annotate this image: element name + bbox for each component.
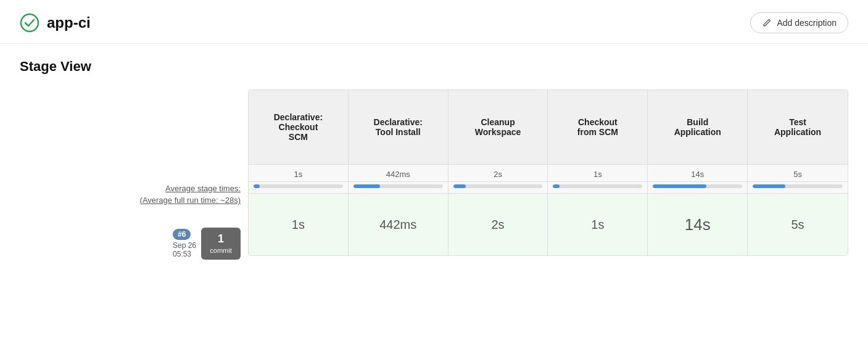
header-left: app-ci [20,13,91,33]
app-title: app-ci [47,14,91,31]
progress-fill-1 [353,184,380,188]
run-time: 05:53 [173,250,191,258]
header-spacer [20,89,248,176]
run-date: Sep 26 [173,241,196,250]
pipeline-header-row: Declarative:CheckoutSCM Declarative:Tool… [249,90,848,165]
col-header-build: BuildApplication [648,90,748,164]
run-badge: #6 Sep 26 05:53 [173,229,196,258]
progress-track-2 [453,184,543,188]
header: app-ci Add description [0,0,868,44]
progress-fill-3 [553,184,559,188]
avg-cell-2: 2s [448,165,548,181]
run-cell-1[interactable]: 442ms [349,194,448,255]
progress-track-1 [353,184,443,188]
pipeline-bar-row [249,182,848,194]
avg-cell-0: 1s [249,165,349,181]
svg-point-0 [21,14,38,31]
col-header-test: TestApplication [748,90,848,164]
pencil-icon [762,18,772,28]
avg-stage-times-label: Average stage times: [165,184,241,193]
bar-cell-0 [249,182,349,193]
progress-track-3 [553,184,642,188]
avg-times-text: Average stage times: (Average full run t… [140,183,241,207]
commit-label: commit [210,247,231,254]
run-number-badge[interactable]: #6 [173,229,191,240]
progress-fill-2 [453,184,466,188]
col-header-declarative-tool: Declarative:Tool Install [349,90,448,164]
commit-count: 1 [210,233,232,245]
avg-full-run-label: (Average full run time: ~28s) [140,196,241,205]
avg-cell-1: 442ms [349,165,448,181]
col-header-cleanup: CleanupWorkspace [448,90,548,164]
col-header-declarative-checkout: Declarative:CheckoutSCM [249,90,349,164]
run-cell-4[interactable]: 14s [648,194,748,255]
pipeline-avg-row: 1s 442ms 2s 1s 14s 5s [249,165,848,182]
progress-track-4 [653,184,742,188]
run-cell-5[interactable]: 5s [748,194,848,255]
pipeline-container: Average stage times: (Average full run t… [20,89,848,274]
bar-cell-2 [448,182,548,193]
progress-track-0 [254,184,343,188]
stage-view-title: Stage View [20,59,848,75]
add-description-button[interactable]: Add description [750,12,848,33]
run-cell-2[interactable]: 2s [448,194,548,255]
run-row: #6 Sep 26 05:53 1 commit [20,213,248,274]
avg-times-row: Average stage times: (Average full run t… [20,176,248,213]
avg-cell-4: 14s [648,165,748,181]
pipeline-runs-row: 1s 442ms 2s 1s 14s 5s [249,194,848,255]
bar-cell-5 [748,182,848,193]
progress-track-5 [753,184,843,188]
avg-cell-3: 1s [548,165,648,181]
progress-fill-0 [254,184,260,188]
runs-sidebar: Average stage times: (Average full run t… [20,89,248,274]
bar-cell-3 [548,182,648,193]
bar-cell-1 [349,182,448,193]
col-header-checkout-scm: Checkoutfrom SCM [548,90,648,164]
commit-badge[interactable]: 1 commit [201,228,241,260]
progress-fill-5 [753,184,785,188]
bar-cell-4 [648,182,748,193]
pipeline-grid: Declarative:CheckoutSCM Declarative:Tool… [248,89,848,256]
run-cell-0[interactable]: 1s [249,194,349,255]
progress-fill-4 [653,184,706,188]
run-cell-3[interactable]: 1s [548,194,648,255]
avg-cell-5: 5s [748,165,848,181]
success-check-icon [20,13,39,33]
stage-view-section: Stage View Average stage times: (Average… [0,44,868,294]
